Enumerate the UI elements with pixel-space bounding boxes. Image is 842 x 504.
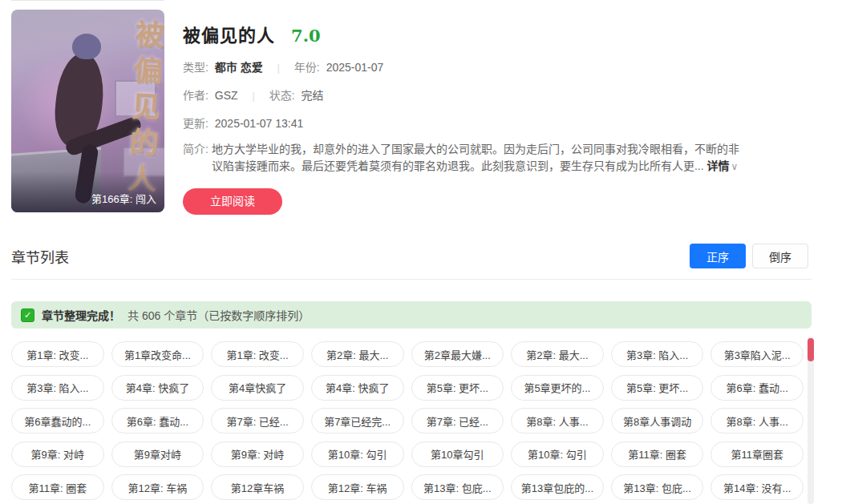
chapter-button[interactable]: 第2章最大嫌... [411, 341, 504, 367]
sort-ascending-button[interactable]: 正序 [690, 244, 746, 268]
chapter-button[interactable]: 第12章: 车祸 [111, 474, 204, 500]
type-label: 类型: [183, 61, 208, 74]
chapter-button[interactable]: 第12章: 车祸 [311, 474, 404, 500]
status-label: 状态: [269, 89, 295, 102]
status-value: 完结 [302, 89, 324, 102]
chapter-button[interactable]: 第10章: 勾引 [511, 442, 604, 467]
synopsis-label: 简介: [183, 141, 208, 175]
year-value: 2025-01-07 [326, 61, 384, 74]
chapter-button[interactable]: 第11章: 圈套 [11, 474, 104, 500]
chapter-button[interactable]: 第9章: 对峙 [211, 442, 304, 467]
top-divider [11, 0, 164, 1]
chapter-button[interactable]: 第7章: 已经... [211, 408, 304, 433]
meta-separator: | [252, 90, 254, 102]
chapters-ready-banner: ✓ 章节整理完成！ 共 606 个章节（已按数字顺序排列） [11, 301, 812, 329]
sort-descending-button[interactable]: 倒序 [752, 244, 808, 268]
chapter-button[interactable]: 第13章: 包庇... [411, 474, 504, 500]
year-label: 年份: [294, 61, 320, 74]
meta-row-type-year: 类型: 都市 恋爱 | 年份: 2025-01-07 [183, 58, 831, 75]
chapter-button[interactable]: 第3章: 陷入... [11, 375, 104, 401]
title-row: 被偏见的人 7.0 [183, 21, 831, 46]
cover-latest-chapter-badge: 第166章: 闯入 [11, 171, 164, 212]
author-label: 作者: [183, 89, 208, 102]
chapter-button[interactable]: 第1章: 改变... [11, 341, 104, 367]
chapter-button[interactable]: 第11章: 圈套 [611, 442, 704, 467]
chapter-button[interactable]: 第2章: 最大... [311, 341, 404, 367]
comic-detail-page: 被偏见的人 第166章: 闯入 被偏见的人 7.0 类型: 都市 恋爱 | 年份… [0, 0, 842, 504]
chapter-button[interactable]: 第4章: 快疯了 [111, 375, 204, 401]
chapter-section-title: 章节列表 [11, 246, 69, 267]
read-now-button[interactable]: 立即阅读 [183, 188, 282, 215]
banner-bold-text: 章节整理完成！ [42, 307, 120, 323]
chapter-button[interactable]: 第8章人事调动 [611, 408, 704, 433]
sort-buttons: 正序 倒序 [690, 244, 808, 268]
chapter-button[interactable]: 第3章陷入泥... [710, 341, 804, 367]
chapter-button[interactable]: 第2章: 最大... [511, 341, 604, 367]
chapter-grid: 第1章: 改变...第1章改变命...第1章: 改变...第2章: 最大...第… [11, 341, 804, 500]
type-value[interactable]: 都市 恋爱 [215, 61, 263, 74]
chapter-grid-wrap: 第1章: 改变...第1章改变命...第1章: 改变...第2章: 最大...第… [11, 341, 842, 500]
book-header-section: 被偏见的人 第166章: 闯入 被偏见的人 7.0 类型: 都市 恋爱 | 年份… [0, 0, 842, 215]
chapter-button[interactable]: 第7章已经完... [311, 408, 404, 433]
chapter-button[interactable]: 第11章圈套 [710, 442, 804, 467]
chapter-button[interactable]: 第5章更坏的... [511, 375, 604, 401]
chapter-button[interactable]: 第5章: 更坏... [411, 375, 504, 401]
synopsis-text: 地方大学毕业的我，却意外的进入了国家最大的公司就职。因为走后门，公司同事对我冷眼… [212, 141, 743, 175]
chapter-button[interactable]: 第8章: 人事... [710, 408, 804, 433]
chapter-button[interactable]: 第7章: 已经... [411, 408, 504, 433]
chapter-scrollbar-thumb[interactable] [808, 338, 814, 361]
detail-label: 详情 [706, 159, 729, 172]
detail-toggle[interactable]: 详情∨ [706, 159, 738, 172]
updated-label: 更新: [183, 117, 208, 130]
chapter-button[interactable]: 第4章快疯了 [211, 375, 304, 401]
chapter-button[interactable]: 第1章改变命... [111, 341, 204, 367]
meta-row-author-status: 作者: GSZ | 状态: 完结 [183, 87, 831, 103]
meta-row-updated: 更新: 2025-01-07 13:41 [183, 115, 831, 131]
chapter-button[interactable]: 第1章: 改变... [211, 341, 304, 367]
chapter-button[interactable]: 第3章: 陷入... [611, 341, 704, 367]
book-info: 被偏见的人 7.0 类型: 都市 恋爱 | 年份: 2025-01-07 作者:… [183, 10, 831, 215]
synopsis-body: 地方大学毕业的我，却意外的进入了国家最大的公司就职。因为走后门，公司同事对我冷眼… [212, 143, 739, 172]
rating-score: 7.0 [291, 26, 321, 46]
chevron-down-icon: ∨ [731, 161, 738, 172]
book-title: 被偏见的人 [183, 21, 275, 46]
chapter-button[interactable]: 第9章: 对峙 [11, 442, 104, 467]
meta-separator: | [277, 62, 280, 74]
chapter-button[interactable]: 第14章: 没有... [710, 474, 804, 500]
chapter-button[interactable]: 第4章: 快疯了 [311, 375, 404, 401]
section-divider [11, 279, 812, 280]
banner-count-text: 共 606 个章节（已按数字顺序排列） [128, 307, 310, 323]
chapter-button[interactable]: 第10章勾引 [411, 442, 504, 467]
chapter-button[interactable]: 第12章车祸 [211, 474, 304, 500]
chapter-button[interactable]: 第6章蠢动的... [11, 408, 104, 433]
chapter-scrollbar-track[interactable] [808, 337, 814, 504]
updated-value: 2025-01-07 13:41 [215, 117, 304, 130]
cover-art-figure-head [72, 34, 101, 59]
chapter-button[interactable]: 第6章: 蠢动... [710, 375, 804, 401]
chapter-button[interactable]: 第13章: 包庇... [611, 474, 704, 500]
chapter-button[interactable]: 第9章对峙 [111, 442, 204, 467]
author-value: GSZ [215, 89, 238, 102]
chapter-section-header: 章节列表 正序 倒序 [0, 215, 842, 268]
chapter-button[interactable]: 第13章包庇的... [511, 474, 604, 500]
synopsis-row: 简介: 地方大学毕业的我，却意外的进入了国家最大的公司就职。因为走后门，公司同事… [183, 141, 831, 175]
success-check-icon: ✓ [21, 308, 34, 322]
chapter-button[interactable]: 第6章: 蠢动... [111, 408, 204, 433]
chapter-button[interactable]: 第8章: 人事... [511, 408, 604, 433]
book-cover[interactable]: 被偏见的人 第166章: 闯入 [11, 10, 164, 212]
chapter-button[interactable]: 第5章: 更坏... [611, 375, 704, 401]
chapter-button[interactable]: 第10章: 勾引 [311, 442, 404, 467]
